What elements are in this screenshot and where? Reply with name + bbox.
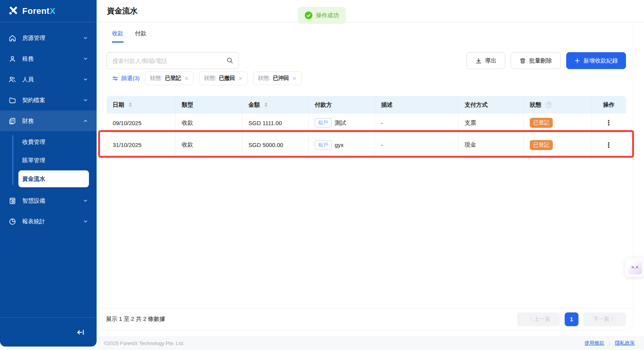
search-icon[interactable] [226,57,233,66]
trash-icon [519,58,526,64]
chip-field-label: 狀態: [258,75,270,82]
sidebar-item-contracts[interactable]: 契約檔案 [0,90,97,111]
cell-status: 已登記 [524,132,591,157]
add-receipt-button[interactable]: 新增收款紀錄 [566,52,626,69]
assistant-widget[interactable]: >.< [625,257,644,277]
cell-payer: 租戶 測試 [309,114,375,132]
folder-icon [8,96,16,104]
sidebar-item-personnel[interactable]: 人員 [0,69,97,90]
column-header-payer: 付款方 [309,96,375,114]
filter-chip-reversed: 狀態: 已沖回 ✕ [253,71,302,85]
sidebar: ForentX 房源管理 租務 人員 [0,0,97,347]
cell-date: 09/10/2025 [107,114,176,132]
cell-date: 31/10/2025 [107,132,176,157]
close-icon[interactable]: ✕ [292,76,297,81]
sidebar-footer [0,317,97,347]
action-buttons: 導出 批量刪除 新增收款紀錄 [467,52,626,69]
people-icon [8,76,16,83]
sidebar-item-label: 智慧設備 [22,197,83,205]
chip-value: 已撤回 [219,75,235,82]
sidebar-item-properties[interactable]: 房源管理 [0,28,97,48]
download-icon [475,58,482,64]
pager-controls: 〈 上一頁 1 下一頁 〉 [517,312,626,326]
cell-status: 已登記 [524,114,591,132]
column-header-status: 狀態 ? [524,96,591,114]
pagination-summary: 展示 1 至 2 共 2 條數據 [106,315,165,323]
sidebar-item-leasing[interactable]: 租務 [0,48,97,69]
tab-payments[interactable]: 付款 [135,30,146,43]
help-icon[interactable]: ? [546,102,552,108]
sidebar-item-label: 財務 [22,117,83,125]
export-button[interactable]: 導出 [467,52,505,69]
cell-type: 收款 [176,132,242,157]
page-footer: ©2025 ForentX Technology Pte. Ltd. 使用條款 … [97,336,644,350]
sidebar-item-reports[interactable]: 報表統計 [0,211,97,232]
chevron-down-icon [83,198,88,203]
page-number-button[interactable]: 1 [565,312,578,326]
tab-bar: 收款 付款 [112,30,626,43]
sidebar-subitem-fee-management[interactable]: 收費管理 [0,133,97,151]
home-icon [8,34,16,42]
cell-description: - [375,114,458,132]
prev-page-button[interactable]: 〈 上一頁 [517,312,560,326]
cell-actions: ⋮ [591,114,626,132]
search-input[interactable] [107,52,239,69]
tenant-tag: 租戶 [315,118,332,127]
terms-link[interactable]: 使用條款 [585,340,605,347]
finance-submenu: 收費管理 賬單管理 資金流水 [0,131,97,190]
bulk-delete-button[interactable]: 批量刪除 [511,52,561,69]
cell-payment-method: 現金 [458,132,524,157]
add-receipt-label: 新增收款紀錄 [583,57,618,64]
cell-actions: ⋮ [591,132,626,157]
collapse-sidebar-icon[interactable] [75,327,86,338]
chevron-down-icon [83,35,88,41]
check-circle-icon [305,12,312,19]
kebab-menu-icon[interactable]: ⋮ [605,119,612,126]
app-window: ForentX 房源管理 租務 人員 [0,0,644,350]
filter-chip-registered: 狀態: 已登記 ✕ [145,71,194,85]
success-toast: 操作成功 [298,7,346,24]
sort-icon[interactable] [129,102,132,107]
tab-receipts[interactable]: 收款 [112,30,123,43]
table-row[interactable]: 09/10/2025 收款 SGD 1111.00 租戶 測試 - 支票 已登記… [107,114,626,132]
chip-field-label: 狀態: [150,75,162,82]
filter-toggle[interactable]: 篩選(3) [107,75,140,82]
status-badge: 已登記 [530,140,553,150]
content-card: 收款 付款 導出 批量刪除 新增 [99,22,633,330]
plus-icon [574,58,580,64]
chevron-down-icon [83,56,88,61]
search-box [107,52,239,69]
finance-icon [8,117,16,125]
chevron-up-icon [83,118,88,124]
table-header-row: 日期 類型 金額 付款方 描述 支付方式 狀態 ? 操作 [107,96,626,114]
kebab-menu-icon[interactable]: ⋮ [605,142,612,149]
close-icon[interactable]: ✕ [184,76,189,81]
sidebar-nav: 房源管理 租務 人員 契約檔案 [0,22,97,232]
sidebar-subitem-fund-flow[interactable]: 資金流水 [18,170,89,187]
sidebar-item-label: 報表統計 [22,218,83,225]
column-header-actions: 操作 [591,96,626,114]
column-header-amount[interactable]: 金額 [242,96,309,114]
cell-amount: SGD 5000.00 [242,132,309,157]
page-title: 資金流水 [107,6,138,16]
privacy-link[interactable]: 隱私政策 [615,340,635,347]
column-header-date[interactable]: 日期 [107,96,176,114]
report-icon [8,218,16,225]
next-page-button[interactable]: 下一頁 〉 [583,312,626,326]
filter-row: 篩選(3) 狀態: 已登記 ✕ 狀態: 已撤回 ✕ 狀態: 已沖回 ✕ [107,71,626,85]
sidebar-item-finance[interactable]: 財務 [0,111,97,131]
export-label: 導出 [485,57,496,64]
brand-logo[interactable]: ForentX [0,0,97,22]
sort-icon[interactable] [264,102,268,107]
pagination-bar: 展示 1 至 2 共 2 條數據 〈 上一頁 1 下一頁 〉 [100,308,633,330]
close-icon[interactable]: ✕ [238,76,243,81]
sidebar-subitem-bill-management[interactable]: 賬單管理 [0,151,97,170]
person-icon [8,55,16,63]
sidebar-item-smart-devices[interactable]: 智慧設備 [0,190,97,211]
chip-value: 已沖回 [273,75,289,82]
cell-type: 收款 [176,114,242,132]
smart-device-icon [8,197,16,205]
table-row-highlighted[interactable]: 31/10/2025 收款 SGD 5000.00 租戶 gyx - 現金 已登… [107,132,626,158]
column-header-description: 描述 [375,96,458,114]
transactions-table: 日期 類型 金額 付款方 描述 支付方式 狀態 ? 操作 09/10/2025 [107,96,626,158]
